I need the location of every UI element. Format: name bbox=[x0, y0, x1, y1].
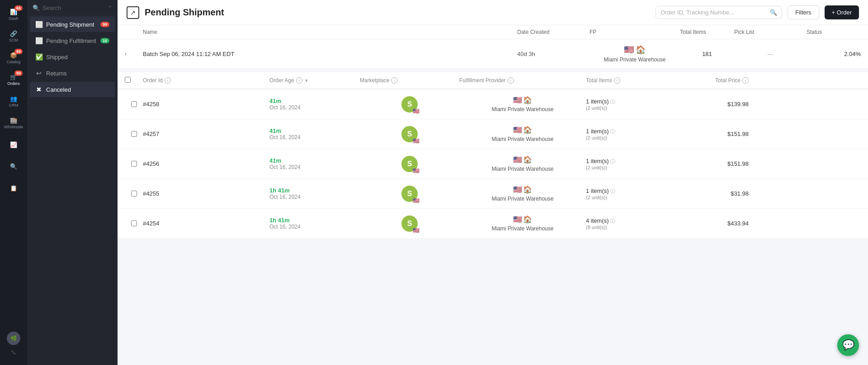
fp-cell: 🇺🇸 🏠 Miami Private Warehouse bbox=[459, 155, 586, 172]
sidebar-item-wholesale[interactable]: 🏬 Wholesale bbox=[4, 113, 24, 133]
batch-section: Name Date Created FP Total Items Pick Li… bbox=[118, 25, 868, 69]
items-cell: 1 item(s) ⓘ (2 unit(s)) bbox=[586, 128, 676, 140]
batch-col-status: Status bbox=[807, 29, 861, 35]
canceled-icon: ✖ bbox=[35, 86, 42, 93]
batch-fp-label: Miami Private Warehouse bbox=[604, 56, 666, 63]
select-all-checkbox[interactable] bbox=[125, 77, 131, 83]
row-checkbox-0[interactable] bbox=[131, 101, 137, 107]
col-marketplace-header: Marketplace i bbox=[360, 77, 459, 84]
nav-item-canceled[interactable]: ✖ Canceled bbox=[30, 82, 115, 97]
pending-shipment-badge: 99 bbox=[100, 22, 109, 27]
batch-col-date: Date Created bbox=[517, 29, 590, 35]
chat-icon: 💬 bbox=[842, 339, 854, 351]
nav-canceled-label: Canceled bbox=[46, 86, 71, 93]
row-checkbox-4[interactable] bbox=[131, 220, 137, 226]
units-count: (2 unit(s)) bbox=[586, 105, 676, 111]
orders-list: #4258 41m Oct 16, 2024 S 🇺🇸 🇺🇸 🏠 Miami P… bbox=[118, 89, 868, 239]
order-age-date: Oct 16, 2024 bbox=[269, 134, 360, 140]
row-checkbox-1[interactable] bbox=[131, 131, 137, 137]
col-fp-header: Fulfillment Provider i bbox=[459, 77, 586, 84]
fp-us-flag: 🇺🇸 bbox=[513, 215, 522, 224]
wholesale-label: Wholesale bbox=[4, 125, 23, 129]
row-checkbox-cell bbox=[125, 191, 143, 197]
marketplace-cell: S 🇺🇸 bbox=[360, 96, 459, 112]
col-order-age-header: Order Age i ▼ bbox=[269, 77, 360, 84]
fp-warehouse-icon: 🏠 bbox=[523, 155, 532, 164]
table-row: #4256 41m Oct 16, 2024 S 🇺🇸 🇺🇸 🏠 Miami P… bbox=[118, 149, 868, 179]
nav-item-returns[interactable]: ↩ Returns bbox=[30, 66, 115, 81]
batch-col-name: Name bbox=[143, 29, 517, 35]
sidebar-item-dash[interactable]: 📊 Dash 66 bbox=[4, 5, 24, 24]
units-count: (8 unit(s)) bbox=[586, 225, 676, 230]
sidebar-item-orders[interactable]: 🛒 Orders 99 bbox=[4, 70, 24, 89]
price-cell: $433.94 bbox=[676, 220, 749, 227]
order-age-value: 1h 41m bbox=[269, 187, 360, 194]
nav-item-pending-fulfillment[interactable]: ⬜ Pending Fulfillment 10 bbox=[30, 33, 115, 48]
items-cell: 1 item(s) ⓘ (2 unit(s)) bbox=[586, 98, 676, 111]
collapse-icon[interactable]: ⤡ bbox=[11, 349, 16, 356]
batch-expand-chevron[interactable]: › bbox=[125, 51, 143, 57]
order-age-cell: 1h 41m Oct 16, 2024 bbox=[269, 187, 360, 200]
sidebar-item-crm[interactable]: 👥 CRM bbox=[4, 91, 24, 111]
crm-label: CRM bbox=[9, 103, 19, 108]
orders-label: Orders bbox=[7, 81, 20, 86]
order-age-cell: 1h 41m Oct 16, 2024 bbox=[269, 217, 360, 230]
wholesale-icon: 🏬 bbox=[10, 117, 17, 124]
order-age-cell: 41m Oct 16, 2024 bbox=[269, 127, 360, 140]
nav-item-shipped[interactable]: ✅ Shipped bbox=[30, 49, 115, 65]
sidebar-item-scm[interactable]: 🔗 SCM bbox=[4, 26, 24, 46]
sidebar-item-search[interactable]: 🔍 bbox=[4, 156, 24, 176]
catalog-label: Catalog bbox=[6, 60, 20, 64]
price-cell: $139.98 bbox=[676, 101, 749, 108]
row-checkbox-2[interactable] bbox=[131, 161, 137, 167]
row-checkbox-cell bbox=[125, 161, 143, 167]
fp-cell: 🇺🇸 🏠 Miami Private Warehouse bbox=[459, 96, 586, 112]
sidebar-item-reports[interactable]: 📋 bbox=[4, 178, 24, 198]
fp-us-flag: 🇺🇸 bbox=[513, 126, 522, 134]
sidebar-icons: 📊 Dash 66 🔗 SCM 📦 Catalog 99 🛒 Orders 99… bbox=[0, 0, 27, 365]
scm-icon: 🔗 bbox=[10, 30, 17, 37]
user-avatar[interactable]: 🌿 bbox=[7, 332, 20, 345]
price-cell: $31.98 bbox=[676, 190, 749, 197]
fp-name-label: Miami Private Warehouse bbox=[492, 196, 554, 202]
price-cell: $151.98 bbox=[676, 131, 749, 137]
pending-shipment-icon: ⬜ bbox=[35, 21, 42, 28]
shopify-icon: S 🇺🇸 bbox=[401, 126, 418, 142]
order-id-cell: #4256 bbox=[143, 160, 269, 167]
sidebar-item-analytics[interactable]: 📈 bbox=[4, 135, 24, 154]
order-age-value: 41m bbox=[269, 98, 360, 104]
batch-picklist: — bbox=[734, 51, 807, 57]
row-checkbox-3[interactable] bbox=[131, 191, 137, 197]
reports-icon: 📋 bbox=[10, 185, 17, 192]
order-age-value: 1h 41m bbox=[269, 217, 360, 224]
add-order-button[interactable]: + Order bbox=[825, 5, 859, 19]
fp-us-flag: 🇺🇸 bbox=[513, 96, 522, 104]
units-count: (2 unit(s)) bbox=[586, 135, 676, 140]
nav-pending-shipment-label: Pending Shipment bbox=[46, 21, 94, 28]
order-age-date: Oct 16, 2024 bbox=[269, 164, 360, 170]
sidebar-item-catalog[interactable]: 📦 Catalog 99 bbox=[4, 48, 24, 68]
search-input[interactable] bbox=[42, 5, 105, 11]
order-age-sort-icon[interactable]: ▼ bbox=[304, 78, 309, 83]
nav-item-pending-shipment[interactable]: ⬜ Pending Shipment 99 bbox=[30, 17, 115, 32]
order-search-input[interactable] bbox=[660, 9, 767, 16]
search-icon: 🔍 bbox=[33, 5, 40, 11]
batch-col-picklist: Pick List bbox=[734, 29, 807, 35]
batch-col-items: Total Items bbox=[680, 29, 734, 35]
returns-icon: ↩ bbox=[35, 70, 42, 77]
order-age-date: Oct 16, 2024 bbox=[269, 104, 360, 111]
table-row: #4257 41m Oct 16, 2024 S 🇺🇸 🇺🇸 🏠 Miami P… bbox=[118, 119, 868, 149]
fp-us-flag: 🇺🇸 bbox=[513, 155, 522, 164]
chat-button[interactable]: 💬 bbox=[837, 334, 859, 356]
items-cell: 4 item(s) ⓘ (8 unit(s)) bbox=[586, 217, 676, 230]
dash-badge: 66 bbox=[14, 5, 23, 11]
filters-button[interactable]: Filters bbox=[788, 5, 819, 19]
order-id-cell: #4257 bbox=[143, 131, 269, 137]
fp-us-flag: 🇺🇸 bbox=[513, 185, 522, 194]
marketplace-cell: S 🇺🇸 bbox=[360, 156, 459, 172]
nav-shipped-label: Shipped bbox=[46, 54, 68, 61]
items-count: 1 item(s) ⓘ bbox=[586, 98, 676, 105]
fp-flags: 🇺🇸 🏠 bbox=[513, 126, 532, 134]
row-checkbox-cell bbox=[125, 220, 143, 226]
shopify-icon: S 🇺🇸 bbox=[401, 215, 418, 232]
